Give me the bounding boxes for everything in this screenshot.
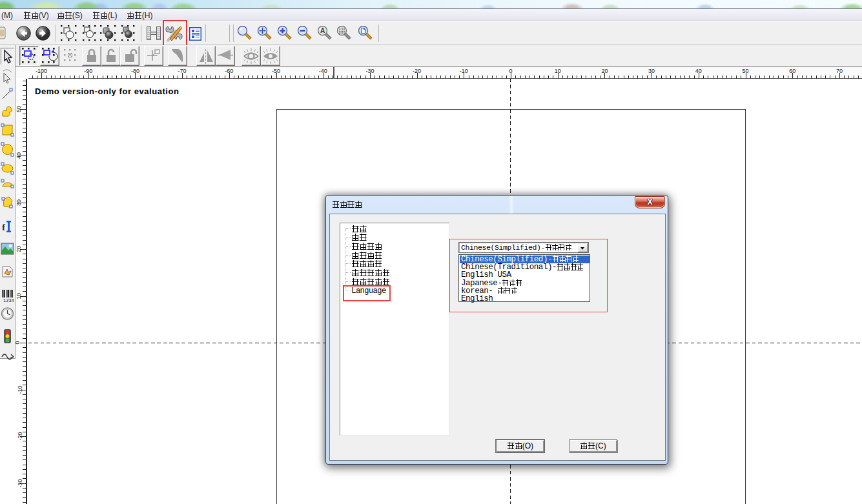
svg-text:1234: 1234 [3, 298, 14, 303]
svg-text:A: A [320, 27, 324, 34]
svg-text:f: f [2, 222, 6, 232]
